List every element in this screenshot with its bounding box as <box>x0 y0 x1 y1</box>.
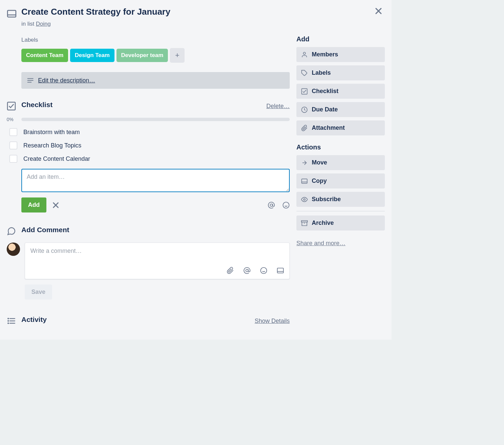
sidebar-copy-button[interactable]: Copy <box>296 173 385 188</box>
card-icon <box>7 9 17 19</box>
cancel-add-item-button[interactable] <box>52 201 60 209</box>
activity-title: Activity <box>21 316 47 324</box>
emoji-icon[interactable] <box>260 267 267 274</box>
sidebar-move-button[interactable]: Move <box>296 155 385 170</box>
svg-point-11 <box>283 202 289 208</box>
svg-rect-18 <box>277 268 283 273</box>
card-icon[interactable] <box>277 267 284 274</box>
person-icon <box>301 51 308 58</box>
progress-percent: 0% <box>7 117 17 122</box>
mention-icon[interactable] <box>268 201 275 209</box>
checklist-checkbox[interactable] <box>9 155 17 163</box>
emoji-icon[interactable] <box>282 201 290 209</box>
sidebar-due-date-button[interactable]: Due Date <box>296 102 385 117</box>
archive-icon <box>301 220 308 227</box>
checklist-item[interactable]: Research Blog Topics <box>7 139 290 152</box>
label-design-team[interactable]: Design Team <box>70 49 114 62</box>
card-icon <box>301 178 308 184</box>
svg-point-23 <box>8 318 9 319</box>
sidebar-labels-button[interactable]: Labels <box>296 65 385 80</box>
label-content-team[interactable]: Content Team <box>21 49 68 62</box>
svg-point-25 <box>8 323 9 324</box>
label-developer-team[interactable]: Developer team <box>116 49 168 62</box>
svg-point-24 <box>8 321 9 321</box>
show-details-link[interactable]: Show Details <box>255 318 290 325</box>
checklist-item-label: Create Content Calendar <box>23 155 90 162</box>
sidebar-checklist-button[interactable]: Checklist <box>296 84 385 99</box>
checklist-item-label: Research Blog Topics <box>23 142 81 149</box>
svg-point-10 <box>270 204 272 206</box>
svg-rect-34 <box>301 220 307 222</box>
add-label-button[interactable]: + <box>170 48 185 63</box>
in-list-prefix: in list <box>21 21 36 27</box>
sidebar-item-label: Checklist <box>312 88 338 95</box>
checklist-item-label: Brainstorm with team <box>23 129 80 136</box>
clock-icon <box>301 106 308 113</box>
add-checklist-item-input[interactable] <box>21 169 290 192</box>
comment-icon <box>7 227 17 237</box>
card-modal: Create Content Strategy for January in l… <box>0 0 392 340</box>
add-checklist-item-button[interactable]: Add <box>21 197 46 212</box>
save-comment-button[interactable]: Save <box>25 285 52 300</box>
delete-checklist-link[interactable]: Delete… <box>266 103 290 110</box>
sidebar-subscribe-button[interactable]: Subscribe <box>296 192 385 207</box>
checklist-checkbox[interactable] <box>9 141 17 149</box>
share-more-link[interactable]: Share and more… <box>296 240 345 247</box>
sidebar-item-label: Attachment <box>312 124 345 131</box>
svg-point-33 <box>304 198 305 200</box>
check-icon <box>301 88 308 95</box>
checklist-icon <box>7 101 17 111</box>
divider <box>296 211 385 211</box>
sidebar-members-button[interactable]: Members <box>296 47 385 62</box>
progress-bar <box>21 118 290 121</box>
tag-icon <box>301 70 308 76</box>
sidebar-item-label: Archive <box>312 219 334 227</box>
sidebar-actions-heading: Actions <box>296 143 385 151</box>
user-avatar[interactable] <box>7 243 20 256</box>
card-title[interactable]: Create Content Strategy for January <box>21 7 170 17</box>
svg-point-15 <box>261 268 267 274</box>
svg-point-26 <box>303 52 306 54</box>
edit-description-text: Edit the description… <box>38 77 95 84</box>
attachment-icon[interactable] <box>227 267 234 274</box>
close-icon <box>374 7 383 15</box>
svg-rect-28 <box>302 88 307 94</box>
labels-row: Content Team Design Team Developer team … <box>21 48 290 63</box>
sidebar-item-label: Due Date <box>312 106 338 113</box>
add-comment-title: Add Comment <box>21 226 69 234</box>
sidebar-attachment-button[interactable]: Attachment <box>296 120 385 135</box>
main-column: Create Content Strategy for January in l… <box>7 7 290 326</box>
labels-heading: Labels <box>21 37 290 43</box>
paperclip-icon <box>301 125 308 131</box>
description-icon <box>27 77 34 84</box>
comment-placeholder: Write a comment… <box>30 248 284 260</box>
checklist-progress: 0% <box>7 117 290 122</box>
sidebar-item-label: Copy <box>312 177 327 184</box>
svg-rect-2 <box>8 10 16 17</box>
list-name-link[interactable]: Doing <box>36 21 50 27</box>
edit-description-box[interactable]: Edit the description… <box>21 72 290 89</box>
checklist-checkbox[interactable] <box>9 128 17 136</box>
checklist-item[interactable]: Brainstorm with team <box>7 125 290 139</box>
checklist-item[interactable]: Create Content Calendar <box>7 152 290 165</box>
svg-rect-31 <box>302 179 307 183</box>
comment-input[interactable]: Write a comment… <box>25 243 290 279</box>
checklist-items: Brainstorm with team Research Blog Topic… <box>7 125 290 165</box>
svg-rect-7 <box>7 102 15 110</box>
eye-icon <box>301 196 308 203</box>
sidebar: Add Members Labels Checklist Due Date At… <box>296 7 385 326</box>
sidebar-item-label: Labels <box>312 69 331 76</box>
activity-icon <box>7 316 17 326</box>
sidebar-item-label: Subscribe <box>312 196 341 203</box>
arrow-right-icon <box>301 159 308 166</box>
in-list-text: in list Doing <box>21 21 290 27</box>
sidebar-archive-button[interactable]: Archive <box>296 215 385 231</box>
close-button[interactable] <box>373 6 384 16</box>
sidebar-item-label: Members <box>312 51 338 58</box>
sidebar-add-heading: Add <box>296 35 385 43</box>
sidebar-item-label: Move <box>312 159 327 166</box>
mention-icon[interactable] <box>243 267 251 274</box>
checklist-title: Checklist <box>21 101 52 109</box>
svg-point-14 <box>246 269 248 272</box>
